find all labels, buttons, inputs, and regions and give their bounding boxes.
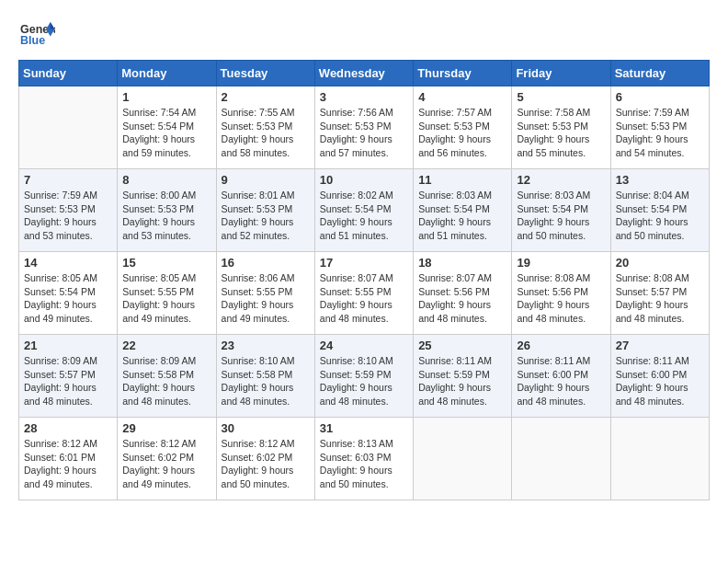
calendar-cell: 5Sunrise: 7:58 AM Sunset: 5:53 PM Daylig… <box>512 86 610 169</box>
day-info: Sunrise: 8:07 AM Sunset: 5:55 PM Dayligh… <box>320 271 408 326</box>
day-info: Sunrise: 8:03 AM Sunset: 5:54 PM Dayligh… <box>517 189 605 243</box>
calendar-cell: 28Sunrise: 8:12 AM Sunset: 6:01 PM Dayli… <box>19 418 118 500</box>
day-info: Sunrise: 8:09 AM Sunset: 5:58 PM Dayligh… <box>122 354 210 408</box>
day-info: Sunrise: 7:59 AM Sunset: 5:53 PM Dayligh… <box>24 189 112 243</box>
calendar-header-row: SundayMondayTuesdayWednesdayThursdayFrid… <box>19 61 710 86</box>
day-info: Sunrise: 7:58 AM Sunset: 5:53 PM Dayligh… <box>517 106 605 160</box>
day-info: Sunrise: 8:11 AM Sunset: 6:00 PM Dayligh… <box>616 354 704 408</box>
calendar-cell: 1Sunrise: 7:54 AM Sunset: 5:54 PM Daylig… <box>118 86 216 169</box>
day-info: Sunrise: 8:12 AM Sunset: 6:02 PM Dayligh… <box>122 437 210 491</box>
day-info: Sunrise: 8:05 AM Sunset: 5:54 PM Dayligh… <box>24 271 112 326</box>
calendar-week-row: 7Sunrise: 7:59 AM Sunset: 5:53 PM Daylig… <box>19 169 710 252</box>
day-info: Sunrise: 8:05 AM Sunset: 5:55 PM Dayligh… <box>122 271 210 326</box>
day-number: 28 <box>24 421 112 435</box>
day-number: 20 <box>616 256 704 270</box>
day-number: 7 <box>24 173 112 187</box>
day-number: 3 <box>320 90 408 104</box>
column-header-sunday: Sunday <box>19 61 118 86</box>
day-info: Sunrise: 7:57 AM Sunset: 5:53 PM Dayligh… <box>418 106 506 160</box>
calendar-week-row: 1Sunrise: 7:54 AM Sunset: 5:54 PM Daylig… <box>19 86 710 169</box>
calendar-cell: 10Sunrise: 8:02 AM Sunset: 5:54 PM Dayli… <box>314 169 413 252</box>
calendar-cell: 9Sunrise: 8:01 AM Sunset: 5:53 PM Daylig… <box>216 169 314 252</box>
day-number: 16 <box>222 256 310 270</box>
day-info: Sunrise: 8:13 AM Sunset: 6:03 PM Dayligh… <box>320 437 408 491</box>
column-header-saturday: Saturday <box>610 61 709 86</box>
day-number: 9 <box>222 173 310 187</box>
day-info: Sunrise: 8:03 AM Sunset: 5:54 PM Dayligh… <box>418 189 506 243</box>
day-info: Sunrise: 7:56 AM Sunset: 5:53 PM Dayligh… <box>320 106 408 160</box>
day-number: 31 <box>320 421 408 435</box>
day-number: 26 <box>517 339 605 352</box>
calendar-week-row: 21Sunrise: 8:09 AM Sunset: 5:57 PM Dayli… <box>19 335 710 418</box>
day-info: Sunrise: 8:01 AM Sunset: 5:53 PM Dayligh… <box>222 189 310 243</box>
day-number: 19 <box>517 256 605 270</box>
day-info: Sunrise: 8:11 AM Sunset: 6:00 PM Dayligh… <box>517 354 605 408</box>
calendar-cell: 24Sunrise: 8:10 AM Sunset: 5:59 PM Dayli… <box>314 335 413 418</box>
calendar-cell: 30Sunrise: 8:12 AM Sunset: 6:02 PM Dayli… <box>216 418 314 500</box>
calendar-cell <box>19 86 118 169</box>
day-info: Sunrise: 8:07 AM Sunset: 5:56 PM Dayligh… <box>418 271 506 326</box>
day-info: Sunrise: 8:10 AM Sunset: 5:58 PM Dayligh… <box>222 354 310 408</box>
page-container: General Blue SundayMondayTuesdayWednesda… <box>18 18 710 500</box>
calendar-cell: 21Sunrise: 8:09 AM Sunset: 5:57 PM Dayli… <box>19 335 118 418</box>
logo-icon: General Blue <box>18 18 55 51</box>
column-header-tuesday: Tuesday <box>216 61 314 86</box>
calendar-cell: 4Sunrise: 7:57 AM Sunset: 5:53 PM Daylig… <box>414 86 512 169</box>
calendar-cell: 2Sunrise: 7:55 AM Sunset: 5:53 PM Daylig… <box>216 86 314 169</box>
calendar-cell: 19Sunrise: 8:08 AM Sunset: 5:56 PM Dayli… <box>512 252 610 335</box>
calendar-table: SundayMondayTuesdayWednesdayThursdayFrid… <box>18 60 710 500</box>
day-number: 30 <box>222 421 310 435</box>
header: General Blue <box>18 18 710 51</box>
calendar-cell: 16Sunrise: 8:06 AM Sunset: 5:55 PM Dayli… <box>216 252 314 335</box>
day-number: 24 <box>320 339 408 352</box>
calendar-cell <box>610 418 709 500</box>
calendar-cell: 7Sunrise: 7:59 AM Sunset: 5:53 PM Daylig… <box>19 169 118 252</box>
day-info: Sunrise: 8:12 AM Sunset: 6:02 PM Dayligh… <box>222 437 310 491</box>
day-info: Sunrise: 8:06 AM Sunset: 5:55 PM Dayligh… <box>222 271 310 326</box>
calendar-cell: 20Sunrise: 8:08 AM Sunset: 5:57 PM Dayli… <box>610 252 709 335</box>
calendar-week-row: 14Sunrise: 8:05 AM Sunset: 5:54 PM Dayli… <box>19 252 710 335</box>
day-info: Sunrise: 8:00 AM Sunset: 5:53 PM Dayligh… <box>122 189 210 243</box>
day-info: Sunrise: 8:08 AM Sunset: 5:57 PM Dayligh… <box>616 271 704 326</box>
calendar-cell: 23Sunrise: 8:10 AM Sunset: 5:58 PM Dayli… <box>216 335 314 418</box>
svg-text:Blue: Blue <box>20 34 45 47</box>
day-info: Sunrise: 8:08 AM Sunset: 5:56 PM Dayligh… <box>517 271 605 326</box>
day-number: 11 <box>418 173 506 187</box>
calendar-cell: 15Sunrise: 8:05 AM Sunset: 5:55 PM Dayli… <box>118 252 216 335</box>
day-number: 21 <box>24 339 112 352</box>
calendar-cell: 22Sunrise: 8:09 AM Sunset: 5:58 PM Dayli… <box>118 335 216 418</box>
calendar-cell: 3Sunrise: 7:56 AM Sunset: 5:53 PM Daylig… <box>314 86 413 169</box>
day-number: 17 <box>320 256 408 270</box>
logo: General Blue <box>18 18 55 51</box>
day-number: 25 <box>418 339 506 352</box>
day-number: 13 <box>616 173 704 187</box>
calendar-week-row: 28Sunrise: 8:12 AM Sunset: 6:01 PM Dayli… <box>19 418 710 500</box>
calendar-cell: 8Sunrise: 8:00 AM Sunset: 5:53 PM Daylig… <box>118 169 216 252</box>
day-number: 10 <box>320 173 408 187</box>
column-header-friday: Friday <box>512 61 610 86</box>
day-number: 15 <box>122 256 210 270</box>
day-info: Sunrise: 8:04 AM Sunset: 5:54 PM Dayligh… <box>616 189 704 243</box>
day-info: Sunrise: 8:10 AM Sunset: 5:59 PM Dayligh… <box>320 354 408 408</box>
day-info: Sunrise: 8:12 AM Sunset: 6:01 PM Dayligh… <box>24 437 112 491</box>
calendar-cell <box>512 418 610 500</box>
calendar-cell: 6Sunrise: 7:59 AM Sunset: 5:53 PM Daylig… <box>610 86 709 169</box>
calendar-cell: 31Sunrise: 8:13 AM Sunset: 6:03 PM Dayli… <box>314 418 413 500</box>
day-number: 1 <box>122 90 210 104</box>
column-header-monday: Monday <box>118 61 216 86</box>
calendar-cell: 29Sunrise: 8:12 AM Sunset: 6:02 PM Dayli… <box>118 418 216 500</box>
calendar-cell <box>414 418 512 500</box>
day-number: 12 <box>517 173 605 187</box>
day-info: Sunrise: 7:59 AM Sunset: 5:53 PM Dayligh… <box>616 106 704 160</box>
day-number: 2 <box>222 90 310 104</box>
calendar-cell: 17Sunrise: 8:07 AM Sunset: 5:55 PM Dayli… <box>314 252 413 335</box>
day-number: 6 <box>616 90 704 104</box>
calendar-cell: 25Sunrise: 8:11 AM Sunset: 5:59 PM Dayli… <box>414 335 512 418</box>
calendar-cell: 18Sunrise: 8:07 AM Sunset: 5:56 PM Dayli… <box>414 252 512 335</box>
calendar-cell: 12Sunrise: 8:03 AM Sunset: 5:54 PM Dayli… <box>512 169 610 252</box>
day-number: 27 <box>616 339 704 352</box>
column-header-thursday: Thursday <box>414 61 512 86</box>
day-number: 18 <box>418 256 506 270</box>
day-info: Sunrise: 7:55 AM Sunset: 5:53 PM Dayligh… <box>222 106 310 160</box>
day-info: Sunrise: 8:02 AM Sunset: 5:54 PM Dayligh… <box>320 189 408 243</box>
